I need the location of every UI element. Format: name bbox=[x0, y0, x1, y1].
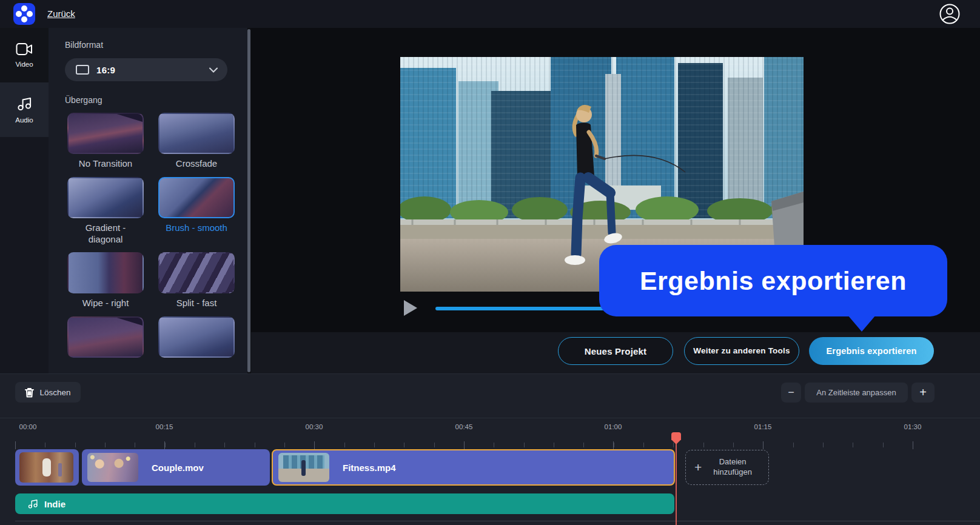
tab-audio[interactable]: Audio bbox=[0, 82, 49, 137]
ruler-label: 00:15 bbox=[146, 423, 183, 430]
timeline-section: Löschen − An Zeitleiste anpassen + 00:00… bbox=[0, 373, 980, 525]
ruler-label: 00:30 bbox=[296, 423, 332, 430]
video-clip-couple[interactable]: Couple.mov bbox=[82, 449, 270, 486]
ruler-minor-ticks bbox=[15, 443, 915, 447]
fit-timeline-button[interactable]: An Zeitleiste anpassen bbox=[805, 383, 908, 403]
delete-button[interactable]: Löschen bbox=[15, 382, 81, 403]
transition-thumbnail bbox=[158, 177, 235, 218]
transition-thumbnail bbox=[67, 252, 144, 293]
ruler-label: 00:00 bbox=[10, 423, 46, 430]
chevron-down-icon bbox=[209, 67, 218, 73]
ruler-label: 01:15 bbox=[745, 423, 781, 430]
aspect-ratio-label: Bildformat bbox=[65, 40, 103, 50]
top-bar: Zurück bbox=[0, 0, 980, 28]
video-editor-app: Zurück Video Audio Bildformat bbox=[0, 0, 980, 525]
clip-name: Couple.mov bbox=[152, 463, 204, 473]
plus-icon: + bbox=[694, 460, 702, 475]
transitions-label: Übergang bbox=[65, 95, 102, 105]
audio-clip-name: Indie bbox=[44, 499, 65, 509]
media-type-rail: Video Audio bbox=[0, 28, 49, 373]
audio-clip-indie[interactable]: Indie bbox=[15, 493, 674, 514]
transition-thumbnail bbox=[158, 252, 235, 293]
settings-panel: Bildformat 16:9 Übergang No Transition C… bbox=[49, 28, 247, 373]
transition-brush-smooth[interactable]: Brush - smooth bbox=[158, 177, 235, 246]
play-button[interactable] bbox=[404, 300, 417, 316]
ruler-label: 01:30 bbox=[894, 423, 931, 430]
delete-button-label: Löschen bbox=[39, 388, 70, 397]
zoom-out-button[interactable]: − bbox=[781, 383, 801, 403]
back-link[interactable]: Zurück bbox=[47, 8, 75, 19]
track-separator bbox=[15, 521, 980, 521]
new-project-button[interactable]: Neues Projekt bbox=[558, 337, 673, 365]
clip-thumbnail bbox=[278, 453, 329, 482]
clip-thumbnail bbox=[19, 452, 73, 483]
music-note-icon bbox=[16, 96, 32, 112]
other-tools-button[interactable]: Weiter zu anderen Tools bbox=[684, 337, 799, 365]
transitions-grid: No Transition Crossfade Gradient - diago… bbox=[67, 113, 235, 358]
add-files-button[interactable]: + Dateien hinzufügen bbox=[685, 450, 769, 485]
transition-partial-7[interactable] bbox=[67, 316, 144, 358]
tab-video-label: Video bbox=[15, 61, 33, 68]
tab-video[interactable]: Video bbox=[0, 28, 49, 82]
transition-split-fast[interactable]: Split - fast bbox=[158, 252, 235, 309]
actions-strip: Neues Projekt Weiter zu anderen Tools Er… bbox=[251, 332, 980, 373]
aspect-ratio-dropdown[interactable]: 16:9 bbox=[65, 58, 227, 81]
export-tooltip: Ergebnis exportieren bbox=[599, 245, 947, 316]
transition-thumbnail bbox=[67, 177, 144, 218]
export-button[interactable]: Ergebnis exportieren bbox=[809, 337, 934, 365]
user-avatar-icon[interactable] bbox=[939, 3, 961, 25]
playhead-handle[interactable] bbox=[671, 432, 681, 440]
ruler-label: 01:00 bbox=[595, 423, 631, 430]
aspect-ratio-value: 16:9 bbox=[96, 65, 115, 75]
video-camera-icon bbox=[16, 42, 33, 56]
transition-no-transition[interactable]: No Transition bbox=[67, 113, 144, 170]
timeline-ruler[interactable]: 00:00 00:15 00:30 00:45 01:00 01:15 01:3… bbox=[0, 418, 980, 449]
add-files-label: Dateien hinzufügen bbox=[702, 457, 768, 478]
transition-crossfade[interactable]: Crossfade bbox=[158, 113, 235, 170]
transition-thumbnail bbox=[67, 113, 144, 154]
ruler-label: 00:45 bbox=[446, 423, 482, 430]
transition-thumbnail bbox=[158, 113, 235, 154]
clip-thumbnail bbox=[87, 453, 138, 482]
clip-name: Fitness.mp4 bbox=[343, 463, 396, 473]
video-clip-fitness-selected[interactable]: Fitness.mp4 bbox=[272, 449, 675, 486]
video-clip-1[interactable] bbox=[15, 449, 79, 486]
panel-scrollbar[interactable] bbox=[247, 29, 250, 372]
tab-audio-label: Audio bbox=[15, 116, 33, 124]
transition-thumbnail bbox=[158, 316, 235, 358]
music-note-icon bbox=[27, 498, 38, 509]
transition-partial-8[interactable] bbox=[158, 316, 235, 358]
aspect-rect-icon bbox=[76, 65, 89, 75]
export-tooltip-text: Ergebnis exportieren bbox=[640, 266, 907, 296]
transition-thumbnail bbox=[67, 316, 144, 358]
zoom-in-button[interactable]: + bbox=[911, 383, 935, 403]
trash-icon bbox=[25, 387, 34, 398]
playhead-line bbox=[676, 440, 677, 525]
app-logo-icon[interactable] bbox=[13, 3, 35, 25]
transition-wipe-right[interactable]: Wipe - right bbox=[67, 252, 144, 309]
transition-gradient-diagonal[interactable]: Gradient - diagonal bbox=[67, 177, 144, 246]
